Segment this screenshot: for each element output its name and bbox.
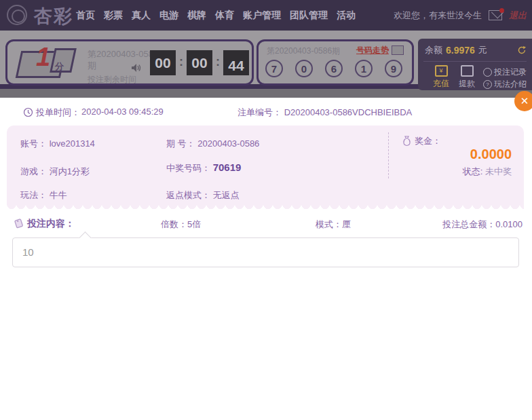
mode-label: 模式： <box>316 219 342 229</box>
bet-time-value: 2020-04-03 09:45:29 <box>81 107 164 119</box>
main-nav: 首页 彩票 真人 电游 棋牌 体育 账户管理 团队管理 活动 <box>76 0 356 31</box>
bet-records-label: 投注记录 <box>494 66 527 78</box>
nav-home[interactable]: 首页 <box>76 9 95 22</box>
refresh-balance-icon[interactable] <box>517 45 527 55</box>
tag-icon <box>14 218 24 229</box>
order-number-value: D20200403-0586VDCHBIEIBDA <box>284 107 413 117</box>
play-value: 牛牛 <box>50 190 67 200</box>
order-number-label: 注单编号： <box>238 107 282 117</box>
ticket-scallop-edge <box>7 206 524 211</box>
rebate-value: 无返点 <box>213 190 240 200</box>
bet-content-box: 10 <box>12 237 519 267</box>
mail-icon[interactable] <box>489 10 502 20</box>
nav-sports[interactable]: 体育 <box>215 9 234 22</box>
recharge-button[interactable]: ¥ 充值 <box>433 65 449 90</box>
prize-value: 0.0000 <box>470 147 512 162</box>
bet-content-value: 10 <box>22 246 34 258</box>
recharge-icon: ¥ <box>435 65 448 77</box>
win-number-field: 中奖号码： 70619 <box>166 161 241 174</box>
site-logo-icon <box>7 5 27 25</box>
rebate-label: 返点模式： <box>166 190 210 200</box>
status-value: 未中奖 <box>485 166 512 176</box>
close-icon[interactable]: ✕ <box>514 91 532 111</box>
bet-summary-row: 投注内容： 倍数：5倍 模式：厘 投注总金额：0.0100 <box>0 218 532 230</box>
total-amount-label: 投注总金额： <box>442 219 495 229</box>
account-label: 账号： <box>20 138 47 149</box>
nav-lottery[interactable]: 彩票 <box>104 9 123 22</box>
logout-link[interactable]: 退出 <box>509 9 527 22</box>
nav-team[interactable]: 团队管理 <box>290 9 328 22</box>
play-field: 玩法： 牛牛 <box>20 189 67 202</box>
play-label: 玩法： <box>20 190 47 200</box>
issue-label: 期 号： <box>166 138 195 149</box>
status-field: 状态: 未中奖 <box>463 166 512 178</box>
card-divider <box>388 132 389 178</box>
game-logo: 1 分 <box>16 45 78 79</box>
top-navbar: 杏彩 首页 彩票 真人 电游 棋牌 体育 账户管理 团队管理 活动 欢迎您，有来… <box>0 0 532 31</box>
recharge-label: 充值 <box>433 78 449 90</box>
game-logo-number: 1 <box>36 44 50 70</box>
order-detail-card: 账号： love201314 期 号： 20200403-0586 游戏： 河内… <box>7 126 524 206</box>
speaker-icon[interactable] <box>131 63 142 73</box>
issue-value: 20200403-0586 <box>197 138 259 149</box>
draw-number: 7 <box>265 60 283 77</box>
clock-icon <box>23 107 33 117</box>
draw-number: 9 <box>385 60 402 77</box>
mode-value: 厘 <box>342 219 351 229</box>
win-number-value: 70619 <box>213 161 242 173</box>
play-intro-link[interactable]: ? 玩法介绍 <box>483 79 527 90</box>
welcome-text: 欢迎您，有来世没今生 <box>394 9 482 22</box>
wallet-icon <box>461 65 474 77</box>
game-field: 游戏： 河内1分彩 <box>20 166 90 178</box>
prize-field: 奖金： <box>402 135 441 147</box>
play-intro-label: 玩法介绍 <box>494 79 527 90</box>
game-logo-fen: 分 <box>55 60 64 73</box>
withdraw-label: 提款 <box>459 78 475 90</box>
account-field: 账号： love201314 <box>20 138 95 150</box>
money-bag-icon <box>402 136 412 147</box>
countdown-hours: 00 <box>150 50 176 75</box>
multiple-label: 倍数： <box>161 219 187 229</box>
panel-divider <box>423 61 527 62</box>
countdown-label: 投注剩余时间 <box>88 74 136 85</box>
balance-value: 6.9976 <box>446 45 475 56</box>
bet-content-notch <box>79 231 91 244</box>
last-issue: 第20200403-0586期 <box>267 45 340 57</box>
account-value: love201314 <box>50 138 95 149</box>
prize-label: 奖金： <box>415 135 441 147</box>
withdraw-button[interactable]: 提款 <box>459 65 475 90</box>
trend-chart-icon[interactable] <box>392 45 404 55</box>
balance-label: 余额 <box>425 44 442 56</box>
balance-panel: 余额 6.9976 元 ¥ 充值 提款 投注记录 ? 玩法介绍 <box>418 39 532 90</box>
countdown-seconds: 44 <box>223 50 249 75</box>
order-number: 注单编号： D20200403-0586VDCHBIEIBDA <box>238 107 412 119</box>
countdown-box: 1 分 第20200403-0587期 投注剩余时间 00 : 00 : 44 <box>5 39 254 85</box>
bet-records-link[interactable]: 投注记录 <box>483 66 527 78</box>
nav-egames[interactable]: 电游 <box>159 9 178 22</box>
balance-unit: 元 <box>478 44 487 56</box>
countdown-minutes: 00 <box>187 50 212 75</box>
win-number-label: 中奖号码： <box>166 163 210 173</box>
number-trend-link[interactable]: 号码走势 <box>356 45 389 56</box>
bet-time: 投单时间： 2020-04-03 09:45:29 <box>24 107 164 119</box>
multiple-value: 5倍 <box>187 219 201 229</box>
nav-live[interactable]: 真人 <box>132 9 151 22</box>
game-label: 游戏： <box>20 166 47 176</box>
multiple-field: 倍数：5倍 <box>161 218 201 231</box>
order-meta-row: 投单时间： 2020-04-03 09:45:29 注单编号： D2020040… <box>12 107 520 119</box>
nav-activity[interactable]: 活动 <box>337 9 356 22</box>
mode-field: 模式：厘 <box>316 218 351 231</box>
countdown-colon: : <box>179 55 183 69</box>
nav-account[interactable]: 账户管理 <box>243 9 281 22</box>
countdown-colon: : <box>216 55 220 69</box>
game-value: 河内1分彩 <box>50 166 90 176</box>
issue-field: 期 号： 20200403-0586 <box>166 138 259 150</box>
clock-small-icon <box>483 68 492 77</box>
total-amount-value: 0.0100 <box>495 219 522 229</box>
last-draw-box: 第20200403-0586期 号码走势 7 0 6 1 9 <box>256 39 414 85</box>
draw-numbers: 7 0 6 1 9 <box>265 60 402 77</box>
bet-time-label: 投单时间： <box>36 107 80 119</box>
nav-chess[interactable]: 棋牌 <box>187 9 206 22</box>
draw-number: 0 <box>295 60 313 77</box>
status-label: 状态: <box>463 166 483 176</box>
